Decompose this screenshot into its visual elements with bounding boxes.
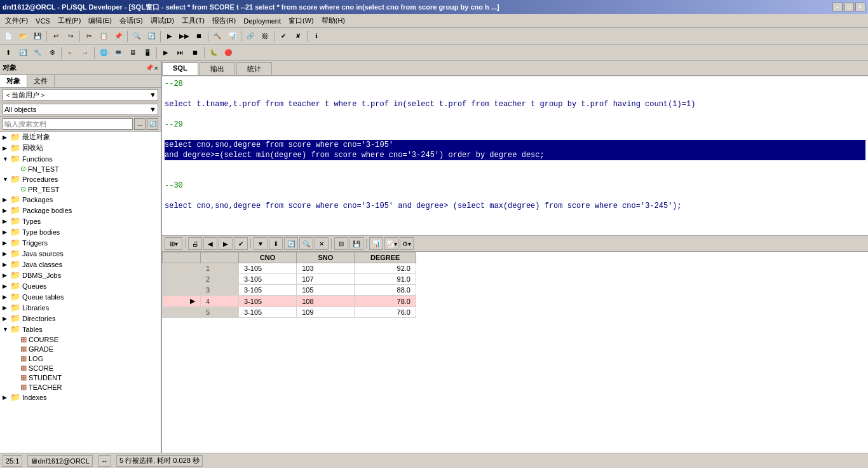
tree-item[interactable]: ▼📁Functions xyxy=(0,153,161,164)
tree-item[interactable]: ▦LOG xyxy=(0,354,161,363)
menu-report[interactable]: 报告(R) xyxy=(208,15,240,27)
table-row[interactable]: 33-10510588.0 xyxy=(163,285,416,296)
pin-icon[interactable]: 📌 xyxy=(146,64,153,72)
sql-editor[interactable]: --28 select t.tname,t.prof from teacher … xyxy=(162,76,868,235)
tb2-3[interactable]: 🔧 xyxy=(31,46,44,60)
tab-stats[interactable]: 统计 xyxy=(236,62,272,75)
tree-item[interactable]: ▶📁DBMS_Jobs xyxy=(0,270,161,280)
minimize-button[interactable]: − xyxy=(832,3,843,11)
tree-item[interactable]: ▼📁Procedures xyxy=(0,174,161,184)
tree-item[interactable]: ▦SCORE xyxy=(0,363,161,373)
tb2-4[interactable]: ⚙ xyxy=(45,46,59,60)
tb2-14[interactable]: 🐛 xyxy=(207,46,220,60)
close-panel-button[interactable]: × xyxy=(154,64,158,72)
menu-file[interactable]: 文件(F) xyxy=(1,15,32,27)
tb-info[interactable]: ℹ xyxy=(309,29,323,43)
tree-item[interactable]: ⊙FN_TEST xyxy=(0,164,161,174)
tree-item[interactable]: ▼📁Tables xyxy=(0,324,161,334)
tb2-9[interactable]: 🖥 xyxy=(126,46,140,60)
tb2-15[interactable]: 🔴 xyxy=(221,46,235,60)
tb-search[interactable]: 🔍 xyxy=(130,29,144,43)
tab-objects[interactable]: 对象 xyxy=(0,75,27,87)
tb-explain[interactable]: 📊 xyxy=(225,29,239,43)
tb-connect[interactable]: 🔗 xyxy=(243,29,257,43)
tb-copy[interactable]: 📋 xyxy=(97,29,111,43)
res-print-btn[interactable]: 🖨 xyxy=(188,237,202,250)
menu-session[interactable]: 会话(S) xyxy=(116,15,147,27)
res-refresh-btn[interactable]: 🔄 xyxy=(284,237,298,250)
tree-item[interactable]: ▦GRADE xyxy=(0,344,161,354)
tb2-8[interactable]: 💻 xyxy=(111,46,125,60)
tree-item[interactable]: ▶📁Triggers xyxy=(0,237,161,248)
refresh-button[interactable]: 🔄 xyxy=(147,118,158,130)
res-filter-btn[interactable]: ▼ xyxy=(254,237,268,250)
tb-run[interactable]: ▶ xyxy=(163,29,177,43)
res-save-btn[interactable]: 💾 xyxy=(349,237,363,250)
tb2-7[interactable]: 🌐 xyxy=(97,46,111,60)
tb-disconnect[interactable]: ⛓ xyxy=(258,29,272,43)
tree-item[interactable]: ▶📁Java sources xyxy=(0,248,161,259)
tb-rollback[interactable]: ✘ xyxy=(291,29,305,43)
table-row[interactable]: ▶43-10510878.0 xyxy=(163,296,416,307)
tree-item[interactable]: ▶📁Type bodies xyxy=(0,226,161,237)
tree-item[interactable]: ▶📁Queues xyxy=(0,280,161,291)
close-button[interactable]: × xyxy=(855,3,865,11)
tb-run2[interactable]: ▶▶ xyxy=(177,29,191,43)
menu-debug[interactable]: 调试(D) xyxy=(147,15,178,27)
tb-compile[interactable]: 🔨 xyxy=(210,29,224,43)
tree-item[interactable]: ▶📁Java classes xyxy=(0,259,161,270)
tree-item[interactable]: ▦TEACHER xyxy=(0,382,161,392)
res-grid-btn[interactable]: ⊞▾ xyxy=(165,237,182,250)
tab-output[interactable]: 输出 xyxy=(200,62,235,75)
table-row[interactable]: 23-10510791.0 xyxy=(163,274,416,285)
tab-sql[interactable]: SQL xyxy=(162,62,198,75)
tb2-13[interactable]: ⏹ xyxy=(188,46,202,60)
maximize-button[interactable]: □ xyxy=(844,3,854,11)
tb2-1[interactable]: ⬆ xyxy=(1,46,15,60)
tb-open[interactable]: 📂 xyxy=(16,29,30,43)
tb-replace[interactable]: 🔄 xyxy=(144,29,158,43)
search-button[interactable]: … xyxy=(134,118,146,130)
res-chart-btn[interactable]: 📊 xyxy=(369,237,383,250)
table-row[interactable]: 13-10510392.0 xyxy=(163,263,416,274)
tab-files[interactable]: 文件 xyxy=(27,75,55,87)
tree-item[interactable]: ▶📁Package bodies xyxy=(0,205,161,216)
tb2-10[interactable]: 📱 xyxy=(140,46,154,60)
user-dropdown[interactable]: ＜当前用户＞ ▼ xyxy=(3,89,158,100)
objects-dropdown[interactable]: All objects ▼ xyxy=(3,104,158,115)
tree-item[interactable]: ▶📁Directories xyxy=(0,313,161,324)
tb2-12[interactable]: ⏭ xyxy=(173,46,187,60)
res-back-btn[interactable]: ◀ xyxy=(203,237,217,250)
tree-item[interactable]: ▶📁Queue tables xyxy=(0,291,161,302)
menu-window[interactable]: 窗口(W) xyxy=(285,15,318,27)
tree-item[interactable]: ▦COURSE xyxy=(0,334,161,344)
menu-project[interactable]: 工程(P) xyxy=(54,15,85,27)
tb-redo[interactable]: ↪ xyxy=(64,29,78,43)
tb-stop[interactable]: ⏹ xyxy=(192,29,206,43)
tree-item[interactable]: ▶📁Packages xyxy=(0,194,161,205)
search-input[interactable] xyxy=(3,118,133,130)
res-forward-btn[interactable]: ▶ xyxy=(219,237,233,250)
tb-commit[interactable]: ✔ xyxy=(276,29,290,43)
tb-undo[interactable]: ↩ xyxy=(49,29,63,43)
menu-edit[interactable]: 编辑(E) xyxy=(85,15,116,27)
tree-item[interactable]: ▶📁最近对象 xyxy=(0,132,161,142)
tree-item[interactable]: ▶📁Indexes xyxy=(0,392,161,403)
tb2-11[interactable]: ▶ xyxy=(159,46,173,60)
tb2-5[interactable]: ← xyxy=(64,46,78,60)
tb2-2[interactable]: 🔃 xyxy=(16,46,30,60)
tb-save[interactable]: 💾 xyxy=(31,29,44,43)
tree-item[interactable]: ▶📁Libraries xyxy=(0,302,161,313)
tree-item[interactable]: ▶📁Types xyxy=(0,216,161,226)
res-cols-btn[interactable]: ⊟ xyxy=(334,237,348,250)
tree-item[interactable]: ▦STUDENT xyxy=(0,373,161,382)
menu-deployment[interactable]: Deployment xyxy=(240,16,285,26)
tree-item[interactable]: ⊙PR_TEST xyxy=(0,184,161,194)
tb-paste[interactable]: 📌 xyxy=(111,29,125,43)
res-clear-btn[interactable]: ✕ xyxy=(315,237,329,250)
tree-item[interactable]: ▶📁回收站 xyxy=(0,142,161,153)
menu-vcs[interactable]: VCS xyxy=(32,16,54,26)
menu-help[interactable]: 帮助(H) xyxy=(318,15,349,27)
tb2-6[interactable]: → xyxy=(78,46,92,60)
menu-tools[interactable]: 工具(T) xyxy=(178,15,208,27)
